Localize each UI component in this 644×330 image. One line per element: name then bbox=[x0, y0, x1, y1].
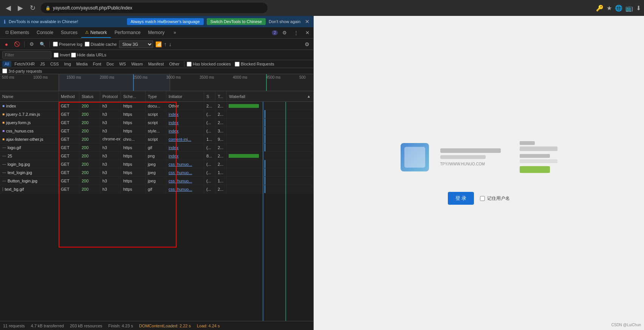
disable-cache-checkbox[interactable]: Disable cache bbox=[85, 42, 117, 47]
col-header-method[interactable]: Method bbox=[59, 91, 79, 101]
info-bar-close-button[interactable]: ✕ bbox=[305, 19, 310, 25]
tab-network[interactable]: ⚠ Network bbox=[81, 28, 111, 38]
col-header-type[interactable]: Type bbox=[146, 91, 166, 101]
tab-memory[interactable]: Memory bbox=[144, 28, 168, 38]
filter-type-font[interactable]: Font bbox=[91, 61, 104, 67]
devtools-close-button[interactable]: ✕ bbox=[303, 28, 312, 37]
cell-initiator-9[interactable]: css_hunuo... bbox=[166, 168, 204, 176]
devtools-settings-button[interactable]: ⚙ bbox=[280, 28, 289, 37]
table-row[interactable]: ■ index GET 200 h3 https docu... Other 2… bbox=[0, 102, 313, 110]
search-button[interactable]: 🔍 bbox=[38, 40, 46, 48]
filter-icon-button[interactable]: ⚙ bbox=[28, 40, 36, 48]
preserve-log-input[interactable] bbox=[53, 42, 58, 47]
table-row[interactable]: ■ jquery.form.js GET 200 h3 https script… bbox=[0, 118, 313, 127]
table-row[interactable]: ■ ajax-listener-other.js GET 200 chrome-… bbox=[0, 135, 313, 143]
file-icon-jpg-3: — bbox=[2, 179, 6, 183]
media-icon[interactable]: 📺 bbox=[625, 5, 633, 12]
forward-button[interactable]: ▶ bbox=[15, 3, 26, 13]
filter-type-css[interactable]: CSS bbox=[48, 61, 61, 67]
tab-network-label: Network bbox=[90, 30, 107, 35]
cell-method-4: GET bbox=[59, 127, 79, 135]
filter-input[interactable] bbox=[2, 51, 51, 59]
blocked-requests-input[interactable] bbox=[235, 62, 240, 67]
col-header-protocol[interactable]: Protocol bbox=[100, 91, 121, 101]
switch-to-chinese-button[interactable]: Switch DevTools to Chinese bbox=[207, 18, 266, 25]
cell-initiator-5[interactable]: content-inj... bbox=[166, 135, 204, 143]
table-row[interactable]: — logo.gif GET 200 h3 https gif index (.… bbox=[0, 143, 313, 152]
issues-badge[interactable]: 2 bbox=[272, 30, 278, 35]
cell-initiator-8[interactable]: css_hunuo... bbox=[166, 160, 204, 168]
invert-input[interactable] bbox=[54, 53, 59, 58]
star-icon[interactable]: ★ bbox=[607, 5, 612, 12]
col-header-initiator[interactable]: Initiator bbox=[166, 91, 204, 101]
cell-initiator-10[interactable]: css_hunuo... bbox=[166, 177, 204, 185]
match-language-button[interactable]: Always match HwBrowser's language bbox=[127, 18, 204, 25]
filter-type-media[interactable]: Media bbox=[74, 61, 90, 67]
cell-initiator-3[interactable]: index bbox=[166, 118, 204, 126]
third-party-input[interactable] bbox=[2, 68, 7, 73]
throttle-select[interactable]: Slow 3G Fast 3G Offline No throttling bbox=[119, 40, 153, 48]
has-blocked-cookies-input[interactable] bbox=[187, 62, 192, 67]
table-row[interactable]: — text_login.jpg GET 200 h3 https jpeg c… bbox=[0, 168, 313, 177]
cell-initiator-1[interactable]: Other bbox=[166, 102, 204, 110]
record-button[interactable]: ● bbox=[2, 40, 11, 48]
filter-type-fetch[interactable]: Fetch/XHR bbox=[12, 61, 37, 67]
download-icon[interactable]: ⬇ bbox=[636, 5, 641, 12]
cell-initiator-11[interactable]: css_hunuo... bbox=[166, 185, 204, 193]
address-bar[interactable]: 🔒 yayusoft.com/yayusoft.php/Public/index bbox=[41, 3, 268, 13]
login-button[interactable]: 登 录 bbox=[448, 192, 474, 205]
col-header-s[interactable]: S bbox=[204, 91, 215, 101]
filter-type-all[interactable]: All bbox=[2, 61, 11, 67]
filter-type-doc[interactable]: Doc bbox=[104, 61, 116, 67]
tab-console[interactable]: Console bbox=[33, 28, 57, 38]
export-button[interactable]: ↓ bbox=[169, 41, 172, 47]
cell-initiator-7[interactable]: index bbox=[166, 152, 204, 160]
col-header-status[interactable]: Status bbox=[79, 91, 100, 101]
clear-button[interactable]: 🚫 bbox=[13, 40, 21, 48]
filter-type-wasm[interactable]: Wasm bbox=[129, 61, 145, 67]
cell-protocol-11: h3 bbox=[100, 185, 121, 193]
remember-me-checkbox[interactable] bbox=[480, 196, 485, 201]
tab-elements[interactable]: ⊡ Elements bbox=[2, 28, 33, 38]
online-icon-button[interactable]: 📶 bbox=[155, 41, 162, 47]
blocked-requests-checkbox[interactable]: Blocked Requests bbox=[235, 62, 274, 67]
hide-data-urls-checkbox[interactable]: Hide data URLs bbox=[71, 53, 107, 58]
col-header-scheme[interactable]: Sche... bbox=[121, 91, 146, 101]
filter-type-ws[interactable]: WS bbox=[117, 61, 128, 67]
cell-initiator-6[interactable]: index bbox=[166, 143, 204, 151]
filter-type-manifest[interactable]: Manifest bbox=[146, 61, 166, 67]
table-row[interactable]: — login_bg.jpg GET 200 h3 https jpeg css… bbox=[0, 160, 313, 168]
tab-performance[interactable]: Performance bbox=[111, 28, 144, 38]
filter-separator bbox=[184, 61, 184, 67]
third-party-checkbox[interactable]: 3rd-party requests bbox=[2, 68, 42, 73]
disable-cache-input[interactable] bbox=[85, 42, 90, 47]
back-button[interactable]: ◀ bbox=[3, 3, 14, 13]
refresh-button[interactable]: ↻ bbox=[27, 3, 38, 13]
dont-show-again-link[interactable]: Don't show again bbox=[269, 19, 300, 24]
cell-initiator-2[interactable]: index bbox=[166, 110, 204, 118]
hide-data-urls-input[interactable] bbox=[71, 53, 76, 58]
preserve-log-checkbox[interactable]: Preserve log bbox=[53, 42, 82, 47]
table-row[interactable]: ■ jquery-1.7.2.min.js GET 200 h3 https s… bbox=[0, 110, 313, 118]
tab-sources[interactable]: Sources bbox=[57, 28, 81, 38]
import-button[interactable]: ↑ bbox=[164, 41, 167, 47]
cell-t-1: 2... bbox=[215, 102, 227, 110]
has-blocked-cookies-checkbox[interactable]: Has blocked cookies bbox=[187, 62, 231, 67]
network-settings-button[interactable]: ⚙ bbox=[303, 40, 311, 48]
tab-more[interactable]: » bbox=[170, 28, 180, 38]
col-header-waterfall[interactable]: Waterfall ▲ bbox=[227, 91, 313, 101]
cell-initiator-4[interactable]: index bbox=[166, 127, 204, 135]
col-header-name[interactable]: Name bbox=[0, 91, 59, 101]
key-icon[interactable]: 🔑 bbox=[596, 5, 604, 12]
col-header-t[interactable]: T... bbox=[215, 91, 227, 101]
profile-icon[interactable]: 🌐 bbox=[615, 5, 622, 12]
table-row[interactable]: — 25 GET 200 h3 https png index 8... 2..… bbox=[0, 152, 313, 160]
table-row[interactable]: | text_bg.gif GET 200 h3 https gif css_h… bbox=[0, 185, 313, 193]
table-row[interactable]: — Button_login.jpg GET 200 h3 https jpeg… bbox=[0, 177, 313, 185]
filter-type-js[interactable]: JS bbox=[38, 61, 47, 67]
table-row[interactable]: ■ css_hunuo.css GET 200 h3 https style..… bbox=[0, 127, 313, 135]
filter-type-img[interactable]: Img bbox=[62, 61, 73, 67]
devtools-more-button[interactable]: ⋮ bbox=[291, 28, 300, 37]
filter-type-other[interactable]: Other bbox=[167, 61, 182, 67]
invert-checkbox[interactable]: Invert bbox=[54, 53, 70, 58]
